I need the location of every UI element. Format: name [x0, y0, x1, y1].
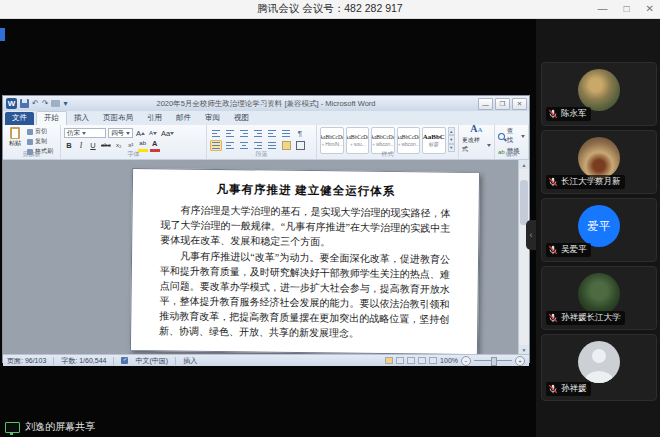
zoom-slider[interactable] — [474, 360, 512, 361]
maximize-button[interactable]: □ — [624, 4, 630, 14]
shared-screen-area: W ↶ ↷ ▾ 2020年5月全校师生政治理论学习资料 [兼容模式] - Mic… — [0, 18, 536, 437]
word-count[interactable]: 字数: 1/60,544 — [61, 356, 106, 366]
word-restore-button[interactable]: ❐ — [495, 98, 510, 110]
bullet-list-button[interactable] — [210, 128, 222, 139]
avatar-initials: 爱平 — [587, 219, 611, 234]
document-paragraph: 有序治理是大学治理的基石，是实现大学治理的现实路径，体现了大学治理的一般规律。“… — [160, 202, 451, 251]
web-layout-view-button[interactable] — [407, 357, 415, 364]
decrease-indent-button[interactable] — [252, 128, 264, 139]
sort-button[interactable] — [280, 128, 292, 139]
participant-tile[interactable]: 爱平 吴爱平 — [541, 198, 657, 262]
underline-button[interactable]: U — [88, 140, 98, 151]
show-marks-button[interactable]: ¶ — [294, 128, 306, 139]
spellcheck-icon[interactable] — [121, 357, 128, 364]
bold-button[interactable]: B — [64, 140, 74, 151]
grow-font-button[interactable]: A — [135, 128, 146, 139]
cut-icon — [27, 129, 33, 135]
align-right-button[interactable] — [252, 140, 264, 151]
find-button[interactable]: 查找 — [498, 127, 525, 145]
screen-share-label: 刘逸的屏幕共享 — [25, 420, 95, 434]
justify-button[interactable] — [210, 140, 222, 151]
font-size-select[interactable]: 四号 — [108, 128, 133, 138]
tab-view[interactable]: 视图 — [227, 112, 256, 125]
tab-home[interactable]: 开始 — [36, 111, 67, 125]
scroll-up-icon[interactable]: ▲ — [519, 160, 529, 169]
line-spacing-button[interactable] — [266, 140, 278, 151]
qat-dropdown-icon[interactable]: ▾ — [63, 99, 67, 108]
change-styles-button[interactable]: AA 更改样式 — [459, 125, 495, 159]
zoom-slider-thumb[interactable] — [491, 357, 497, 366]
style-gallery-scroll: ▲ ▼ ▼ — [448, 127, 455, 152]
mic-muted-icon — [548, 313, 558, 323]
numbered-list-button[interactable] — [224, 128, 236, 139]
word-logo-icon[interactable]: W — [6, 98, 17, 109]
mic-muted-icon — [548, 177, 558, 187]
draft-view-button[interactable] — [429, 357, 437, 364]
align-center-button[interactable] — [238, 140, 250, 151]
redo-icon[interactable]: ↷ — [42, 99, 49, 108]
gallery-up-button[interactable]: ▲ — [448, 127, 455, 135]
italic-button[interactable]: I — [76, 140, 86, 151]
document-area[interactable]: 凡事有序推进 建立健全运行体系 有序治理是大学治理的基石，是实现大学治理的现实路… — [3, 160, 529, 354]
copy-button[interactable]: 复制 — [27, 137, 57, 146]
increase-indent-icon — [268, 130, 276, 137]
tab-insert[interactable]: 插入 — [67, 112, 96, 125]
close-button[interactable]: ✕ — [646, 4, 654, 14]
print-layout-view-button[interactable] — [385, 357, 393, 364]
participant-name: 陈永军 — [561, 108, 587, 120]
styles-group-label: 样式 — [317, 150, 458, 159]
multilevel-list-button[interactable] — [238, 128, 250, 139]
minimize-button[interactable]: — — [598, 4, 608, 14]
save-icon[interactable] — [20, 99, 29, 108]
document-page[interactable]: 凡事有序推进 建立健全运行体系 有序治理是大学治理的基石，是实现大学治理的现实路… — [130, 168, 480, 354]
shading-button[interactable] — [280, 140, 292, 151]
increase-indent-button[interactable] — [266, 128, 278, 139]
strikethrough-button[interactable]: abc — [100, 140, 112, 151]
align-left-button[interactable] — [224, 140, 236, 151]
participant-tile[interactable]: 长江大学蔡月新 — [541, 130, 657, 194]
chevron-down-icon — [82, 132, 86, 135]
participant-tile[interactable]: 孙祥媛长江大学 — [541, 266, 657, 330]
quick-access-toolbar: W ↶ ↷ ▾ — [6, 98, 67, 109]
sidebar-collapse-handle[interactable]: ‹ — [526, 220, 536, 250]
word-close-button[interactable]: ✕ — [512, 98, 527, 110]
tab-review[interactable]: 审阅 — [198, 112, 227, 125]
bullet-list-icon — [212, 130, 220, 137]
zoom-level[interactable]: 100% — [440, 357, 458, 364]
word-status-bar: 页面: 96/103 字数: 1/60,544 中文(中国) 插入 100% − — [3, 354, 529, 366]
tab-file[interactable]: 文件 — [5, 112, 34, 125]
insert-mode-indicator[interactable]: 插入 — [183, 356, 197, 366]
gallery-down-button[interactable]: ▼ — [448, 135, 455, 143]
language-indicator[interactable]: 中文(中国) — [135, 356, 168, 366]
font-name-select[interactable]: 仿宋 — [64, 128, 106, 138]
shrink-font-button[interactable]: A — [148, 128, 158, 139]
tab-references[interactable]: 引用 — [140, 112, 169, 125]
undo-icon[interactable]: ↶ — [32, 99, 39, 108]
page-indicator[interactable]: 页面: 96/103 — [7, 356, 46, 366]
vertical-scrollbar[interactable]: ▲ ▼ — [518, 160, 529, 354]
document-paragraph: 凡事有序推进以“改革”为动力。要全面深化改革，促进教育公平和提升教育质量，及时研… — [159, 248, 450, 342]
superscript-button[interactable]: x² — [126, 140, 136, 151]
paste-button[interactable]: 粘贴 — [6, 127, 24, 148]
word-minimize-button[interactable]: — — [478, 98, 493, 110]
chevron-down-icon — [521, 135, 525, 138]
cut-button[interactable]: 剪切 — [27, 127, 57, 136]
tab-page-layout[interactable]: 页面布局 — [96, 112, 140, 125]
tab-mailings[interactable]: 邮件 — [169, 112, 198, 125]
scrollbar-thumb[interactable] — [520, 180, 528, 225]
chevron-down-icon — [126, 132, 130, 135]
participant-tile[interactable]: 孙祥媛 — [541, 334, 657, 401]
borders-button[interactable] — [294, 140, 306, 151]
clipboard-group: 粘贴 剪切 复制 格式刷 剪贴板 — [3, 125, 61, 159]
print-icon[interactable] — [51, 100, 60, 107]
participant-tile[interactable]: 陈永军 — [541, 62, 657, 126]
subscript-button[interactable]: x₂ — [114, 140, 124, 151]
outline-view-button[interactable] — [418, 357, 426, 364]
scroll-down-icon[interactable]: ▼ — [519, 345, 529, 354]
change-case-button[interactable]: Aa — [160, 128, 175, 139]
participant-name: 长江大学蔡月新 — [561, 176, 621, 188]
fullscreen-view-button[interactable] — [396, 357, 404, 364]
zoom-in-button[interactable]: + — [515, 356, 525, 366]
zoom-out-button[interactable]: − — [461, 356, 471, 366]
app-window: 腾讯会议 会议号：482 282 917 — □ ✕ W ↶ ↷ ▾ 2020年… — [0, 0, 660, 437]
